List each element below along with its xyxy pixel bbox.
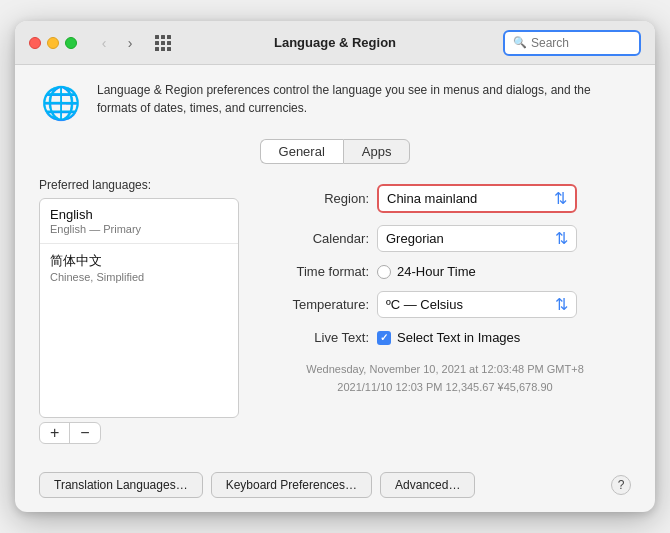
live-text-checkbox[interactable]: ✓: [377, 331, 391, 345]
language-sub-english: English — Primary: [50, 223, 228, 235]
calendar-select[interactable]: Gregorian ⇅: [377, 225, 577, 252]
language-sub-chinese: Chinese, Simplified: [50, 271, 228, 283]
grid-icon[interactable]: [155, 35, 171, 51]
time-format-label: Time format:: [259, 264, 369, 279]
temperature-select[interactable]: ºC — Celsius ⇅: [377, 291, 577, 318]
panel-label: Preferred languages:: [39, 178, 239, 192]
live-text-checkbox-row: ✓ Select Text in Images: [377, 330, 520, 345]
list-controls: + −: [39, 422, 101, 444]
region-value: China mainland: [387, 191, 477, 206]
add-language-button[interactable]: +: [40, 423, 70, 443]
calendar-row: Calendar: Gregorian ⇅: [259, 219, 631, 258]
remove-language-button[interactable]: −: [70, 423, 99, 443]
live-text-row: Live Text: ✓ Select Text in Images: [259, 324, 631, 351]
region-row: Region: China mainland ⇅: [259, 178, 631, 219]
back-button[interactable]: ‹: [93, 32, 115, 54]
footer-buttons: Translation Languages… Keyboard Preferen…: [39, 472, 475, 498]
time-format-value: 24-Hour Time: [397, 264, 476, 279]
right-panel: Region: China mainland ⇅ Calendar: Grego…: [259, 178, 631, 444]
region-select[interactable]: China mainland ⇅: [377, 184, 577, 213]
region-label: Region:: [259, 191, 369, 206]
time-format-row: Time format: 24-Hour Time: [259, 258, 631, 285]
search-icon: 🔍: [513, 36, 527, 49]
temperature-row: Temperature: ºC — Celsius ⇅: [259, 285, 631, 324]
left-panel: Preferred languages: English English — P…: [39, 178, 239, 444]
calendar-control: Gregorian ⇅: [377, 225, 631, 252]
description-text: Language & Region preferences control th…: [97, 81, 631, 117]
preview-line1: Wednesday, November 10, 2021 at 12:03:48…: [259, 361, 631, 379]
calendar-arrow-icon: ⇅: [555, 229, 568, 248]
help-button[interactable]: ?: [611, 475, 631, 495]
window: ‹ › Language & Region 🔍 🌐 Language & Reg…: [15, 21, 655, 512]
temperature-value: ºC — Celsius: [386, 297, 463, 312]
description-row: 🌐 Language & Region preferences control …: [39, 81, 631, 125]
forward-button[interactable]: ›: [119, 32, 141, 54]
window-title: Language & Region: [274, 35, 396, 50]
minimize-button[interactable]: [47, 37, 59, 49]
globe-icon: 🌐: [39, 81, 83, 125]
region-arrow-icon: ⇅: [554, 189, 567, 208]
language-item-chinese[interactable]: 简体中文 Chinese, Simplified: [40, 244, 238, 291]
live-text-label: Live Text:: [259, 330, 369, 345]
checkmark-icon: ✓: [380, 332, 388, 343]
tabs-bar: General Apps: [39, 139, 631, 164]
calendar-value: Gregorian: [386, 231, 444, 246]
calendar-label: Calendar:: [259, 231, 369, 246]
traffic-lights: [29, 37, 77, 49]
language-item-english[interactable]: English English — Primary: [40, 199, 238, 244]
live-text-control: ✓ Select Text in Images: [377, 330, 631, 345]
search-box[interactable]: 🔍: [503, 30, 641, 56]
translation-languages-button[interactable]: Translation Languages…: [39, 472, 203, 498]
language-name-english: English: [50, 207, 228, 222]
language-name-chinese: 简体中文: [50, 252, 228, 270]
search-input[interactable]: [531, 36, 631, 50]
time-format-control: 24-Hour Time: [377, 264, 631, 279]
nav-buttons: ‹ ›: [93, 32, 141, 54]
keyboard-preferences-button[interactable]: Keyboard Preferences…: [211, 472, 372, 498]
live-text-value: Select Text in Images: [397, 330, 520, 345]
temperature-label: Temperature:: [259, 297, 369, 312]
zoom-button[interactable]: [65, 37, 77, 49]
content: 🌐 Language & Region preferences control …: [15, 65, 655, 460]
temperature-control: ºC — Celsius ⇅: [377, 291, 631, 318]
tab-general[interactable]: General: [260, 139, 343, 164]
time-format-checkbox[interactable]: [377, 265, 391, 279]
close-button[interactable]: [29, 37, 41, 49]
time-format-checkbox-row: 24-Hour Time: [377, 264, 476, 279]
tab-apps[interactable]: Apps: [343, 139, 411, 164]
language-list: English English — Primary 简体中文 Chinese, …: [39, 198, 239, 418]
advanced-button[interactable]: Advanced…: [380, 472, 475, 498]
region-control: China mainland ⇅: [377, 184, 631, 213]
preview-text: Wednesday, November 10, 2021 at 12:03:48…: [259, 361, 631, 396]
footer: Translation Languages… Keyboard Preferen…: [15, 460, 655, 512]
preview-line2: 2021/11/10 12:03 PM 12,345.67 ¥45,678.90: [259, 379, 631, 397]
temperature-arrow-icon: ⇅: [555, 295, 568, 314]
main-area: Preferred languages: English English — P…: [39, 178, 631, 444]
titlebar: ‹ › Language & Region 🔍: [15, 21, 655, 65]
